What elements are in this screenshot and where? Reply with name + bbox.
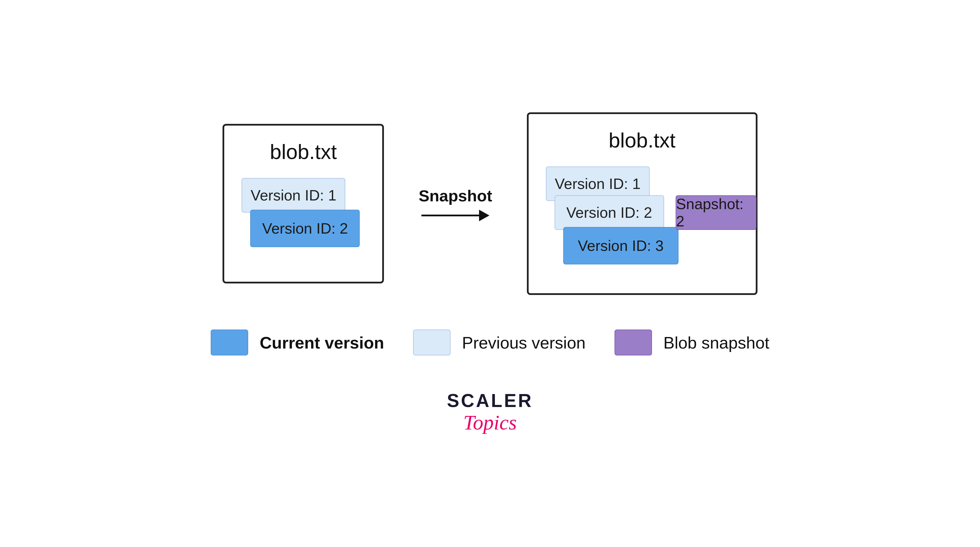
current-version-label: Current version	[260, 333, 384, 352]
previous-version-swatch	[413, 330, 450, 355]
right-blob-box: blob.txt Version ID: 1 Version ID: 2 Ver…	[527, 113, 757, 295]
left-blob-box: blob.txt Version ID: 1 Version ID: 2	[223, 124, 384, 284]
right-versions-stack: Version ID: 1 Version ID: 2 Version ID: …	[546, 166, 696, 276]
legend-previous-item: Previous version	[413, 330, 586, 355]
left-version-2-block: Version ID: 2	[250, 210, 360, 247]
left-version-1-label: Version ID: 1	[251, 187, 337, 204]
legend-snapshot-item: Blob snapshot	[614, 330, 770, 355]
right-blob-wrapper: blob.txt Version ID: 1 Version ID: 2 Ver…	[527, 113, 757, 295]
left-version-1-block: Version ID: 1	[242, 178, 345, 212]
left-versions-stack: Version ID: 1 Version ID: 2	[242, 178, 363, 265]
current-version-swatch	[211, 330, 248, 355]
main-content: blob.txt Version ID: 1 Version ID: 2 Sna…	[0, 113, 980, 434]
left-blob-title: blob.txt	[242, 140, 365, 163]
right-version-2-block: Version ID: 2	[555, 195, 664, 230]
right-version-1-label: Version ID: 1	[555, 175, 641, 192]
scaler-brand-text: SCALER	[447, 390, 533, 411]
legend-current-item: Current version	[211, 330, 384, 355]
arrow-head	[479, 210, 489, 221]
arrow-shaft	[422, 215, 479, 216]
legend-row: Current version Previous version Blob sn…	[211, 330, 769, 355]
previous-version-label: Previous version	[462, 333, 586, 352]
arrow-area: Snapshot	[418, 186, 492, 221]
arrow-line	[422, 210, 489, 221]
right-version-2-label: Version ID: 2	[566, 204, 652, 221]
blob-snapshot-swatch	[614, 330, 652, 355]
blob-snapshot-label: Blob snapshot	[663, 333, 770, 352]
arrow-label: Snapshot	[418, 186, 492, 205]
diagram-row: blob.txt Version ID: 1 Version ID: 2 Sna…	[223, 113, 757, 295]
snapshot-label: Snapshot: 2	[676, 195, 756, 230]
topics-brand-text: Topics	[463, 411, 517, 434]
right-version-3-block: Version ID: 3	[563, 227, 679, 265]
right-blob-title: blob.txt	[546, 128, 738, 152]
right-version-3-label: Version ID: 3	[578, 237, 664, 254]
branding: SCALER Topics	[447, 390, 533, 434]
left-version-2-label: Version ID: 2	[262, 220, 348, 237]
snapshot-block: Snapshot: 2	[676, 195, 756, 230]
